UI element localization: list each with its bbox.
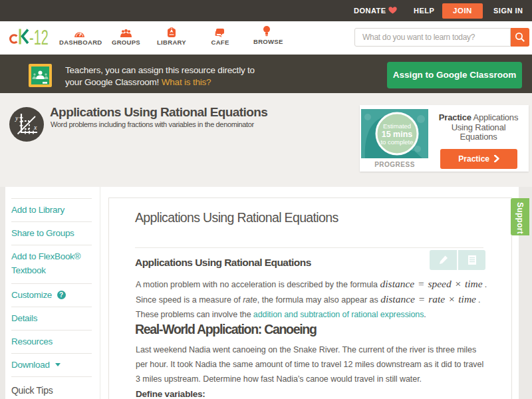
svg-text:Estimated: Estimated — [383, 122, 411, 130]
svg-text:15 mins: 15 mins — [382, 130, 413, 139]
svg-text:x: x — [33, 124, 37, 131]
svg-text:to complete: to complete — [380, 138, 413, 146]
svg-text:-12: -12 — [29, 29, 49, 49]
svg-text:y: y — [15, 114, 19, 122]
